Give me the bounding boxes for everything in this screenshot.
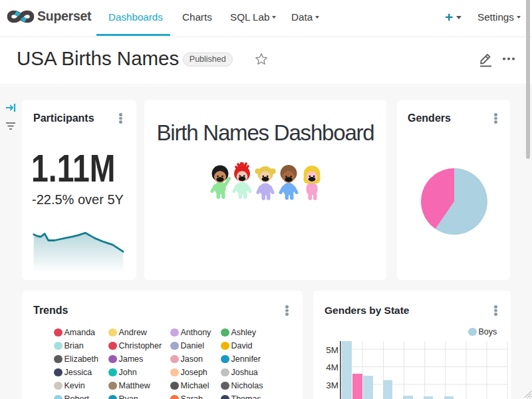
svg-text:5M: 5M	[326, 345, 338, 355]
svg-text:3M: 3M	[326, 380, 338, 390]
svg-text:4M: 4M	[326, 362, 338, 372]
